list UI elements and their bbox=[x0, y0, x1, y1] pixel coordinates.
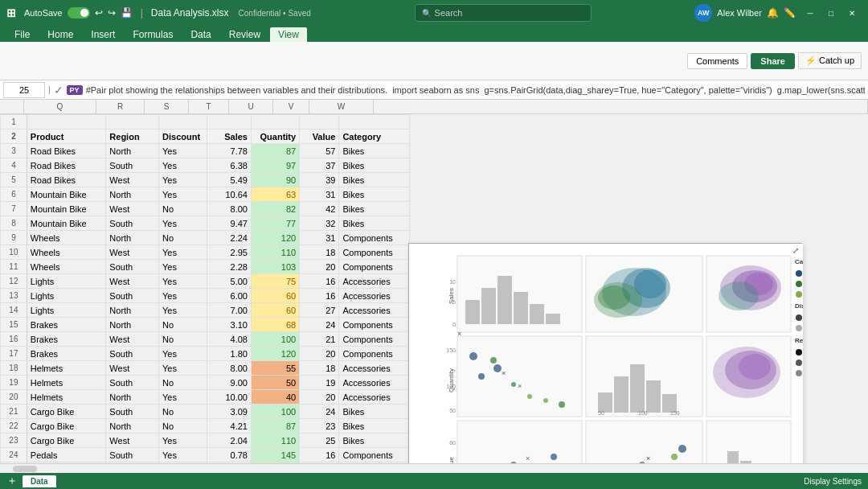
col-header-W[interactable]: W bbox=[309, 100, 374, 113]
svg-text:×: × bbox=[518, 382, 522, 390]
table-row: 22 Cargo BikeNorthNo 4.21 87 23 Bikes bbox=[1, 419, 410, 434]
col-header-U[interactable]: U bbox=[229, 100, 273, 113]
save-icon[interactable]: 💾 bbox=[121, 7, 133, 18]
filename-label: Data Analysis.xlsx bbox=[151, 7, 229, 18]
svg-text:×: × bbox=[457, 330, 461, 338]
tab-data[interactable]: Data bbox=[182, 27, 219, 42]
svg-rect-5 bbox=[497, 276, 512, 324]
chart-expand-icon[interactable]: ⤢ bbox=[792, 246, 799, 255]
confidential-label: Confidential • Saved bbox=[239, 9, 311, 18]
username-label: Alex Wilber bbox=[717, 8, 762, 18]
autosave-toggle[interactable] bbox=[68, 7, 90, 18]
svg-text:×: × bbox=[646, 454, 650, 462]
svg-point-22 bbox=[719, 281, 759, 310]
tab-insert[interactable]: Insert bbox=[83, 27, 123, 42]
header-region[interactable]: Region bbox=[106, 129, 159, 144]
title-bar: ⊞ AutoSave ↩ ↪ 💾 | Data Analysis.xlsx Co… bbox=[0, 0, 868, 26]
catchup-button[interactable]: ⚡ Catch up bbox=[798, 52, 862, 69]
table-row: 3 Road BikesNorthYes 7.78 87 57 Bikes bbox=[1, 144, 410, 158]
table-row: 5 Road BikesWestYes 5.49 90 39 Bikes bbox=[1, 173, 410, 187]
tab-formulas[interactable]: Formulas bbox=[125, 27, 181, 42]
table-row: 9 WheelsNorthNo 2.24 120 31 Components bbox=[1, 231, 410, 245]
svg-point-97 bbox=[796, 281, 802, 287]
table-row: 4 Road BikesSouthYes 6.38 97 37 Bikes bbox=[1, 158, 410, 173]
svg-text:Discount: Discount bbox=[795, 302, 803, 310]
header-value[interactable]: Value bbox=[300, 129, 339, 144]
col-header-V[interactable]: V bbox=[273, 100, 309, 113]
undo-icon[interactable]: ↩ bbox=[95, 7, 103, 18]
svg-point-104 bbox=[796, 325, 802, 331]
horizontal-scrollbar-thumb[interactable] bbox=[13, 466, 37, 472]
table-row: 20 HelmetsNorthYes 10.00 40 20 Accessori… bbox=[1, 390, 410, 405]
table-row: 1 bbox=[1, 115, 410, 129]
svg-point-37 bbox=[543, 398, 548, 403]
search-icon: 🔍 bbox=[422, 9, 432, 18]
maximize-button[interactable]: □ bbox=[821, 6, 841, 19]
table-row: 8 Mountain BikeSouthYes 9.47 77 32 Bikes bbox=[1, 216, 410, 231]
bottom-right: Display Settings bbox=[804, 477, 862, 486]
sheet-tab-data[interactable]: Data bbox=[23, 475, 56, 487]
tab-review[interactable]: Review bbox=[221, 27, 268, 42]
col-header-rest bbox=[374, 100, 868, 113]
header-category[interactable]: Category bbox=[339, 129, 410, 144]
close-button[interactable]: ✕ bbox=[842, 6, 862, 19]
tab-file[interactable]: File bbox=[6, 27, 38, 42]
svg-rect-43 bbox=[646, 380, 661, 413]
table-row: 14 LightsNorthYes 7.00 60 27 Accessories bbox=[1, 303, 410, 318]
svg-rect-42 bbox=[630, 364, 645, 413]
scroll-bar-area[interactable] bbox=[0, 463, 868, 473]
col-header-T[interactable]: T bbox=[189, 100, 229, 113]
chart-container[interactable]: ⤢ Sales 0 5 10 bbox=[408, 243, 802, 473]
table-row: 7 Mountain BikeWestNo 8.00 82 42 Bikes bbox=[1, 202, 410, 216]
svg-point-102 bbox=[796, 314, 802, 321]
comments-button[interactable]: Comments bbox=[687, 53, 747, 69]
formula-bar: | ✓ PY #Pair plot showing the relationsh… bbox=[0, 80, 868, 100]
tab-home[interactable]: Home bbox=[39, 27, 81, 42]
svg-point-111 bbox=[796, 370, 802, 376]
svg-text:50: 50 bbox=[598, 410, 604, 416]
svg-rect-4 bbox=[481, 288, 496, 324]
col-header-Q[interactable]: Q bbox=[24, 100, 96, 113]
expand-formula-icon[interactable]: ✓ bbox=[54, 84, 63, 97]
edit-icon[interactable]: ✏️ bbox=[784, 7, 796, 18]
ribbon-tabs: File Home Insert Formulas Data Review Vi… bbox=[0, 26, 868, 42]
display-settings-label[interactable]: Display Settings bbox=[804, 477, 862, 486]
add-sheet-button[interactable]: ＋ bbox=[6, 474, 18, 488]
ribbon-body: Comments Share ⚡ Catch up bbox=[0, 42, 868, 80]
svg-point-31 bbox=[490, 357, 497, 364]
table-row: 19 HelmetsSouthNo 9.00 50 19 Accessories bbox=[1, 376, 410, 390]
table-row: 13 LightsSouthYes 6.00 60 16 Accessories bbox=[1, 289, 410, 303]
header-discount[interactable]: Discount bbox=[159, 129, 207, 144]
table-row: 6 Mountain BikeNorthYes 10.64 63 31 Bike… bbox=[1, 187, 410, 202]
window-controls: ─ □ ✕ bbox=[800, 6, 862, 19]
bell-icon[interactable]: 🔔 bbox=[767, 7, 779, 18]
svg-text:×: × bbox=[526, 454, 530, 462]
share-button[interactable]: Share bbox=[751, 53, 795, 69]
col-header-S[interactable]: S bbox=[145, 100, 189, 113]
row-number-header bbox=[0, 100, 24, 113]
search-placeholder: Search bbox=[435, 8, 463, 18]
py-badge: PY bbox=[67, 85, 83, 95]
table-row: 12 LightsWestYes 5.00 75 16 Accessories bbox=[1, 274, 410, 289]
header-product[interactable]: Product bbox=[27, 129, 106, 144]
svg-point-32 bbox=[527, 394, 532, 399]
title-bar-right: AW Alex Wilber 🔔 ✏️ ─ □ ✕ bbox=[694, 4, 862, 22]
svg-text:5: 5 bbox=[452, 299, 456, 305]
svg-text:50: 50 bbox=[449, 408, 456, 413]
redo-icon[interactable]: ↪ bbox=[108, 7, 116, 18]
col-header-R[interactable]: R bbox=[96, 100, 145, 113]
svg-point-28 bbox=[478, 373, 485, 380]
formula-text: #Pair plot showing the relationships bet… bbox=[86, 85, 865, 95]
minimize-button[interactable]: ─ bbox=[800, 6, 820, 19]
header-quantity[interactable]: Quantity bbox=[251, 129, 299, 144]
search-bar[interactable]: 🔍 Search bbox=[415, 4, 592, 22]
cell-reference-box[interactable] bbox=[3, 82, 45, 98]
svg-text:10: 10 bbox=[449, 279, 456, 285]
header-sales[interactable]: Sales bbox=[207, 129, 252, 144]
tab-view[interactable]: View bbox=[270, 27, 307, 42]
svg-text:60: 60 bbox=[449, 440, 456, 446]
svg-rect-3 bbox=[465, 300, 480, 324]
svg-point-17 bbox=[598, 286, 630, 310]
svg-text:150: 150 bbox=[446, 347, 456, 353]
svg-point-95 bbox=[796, 270, 802, 277]
